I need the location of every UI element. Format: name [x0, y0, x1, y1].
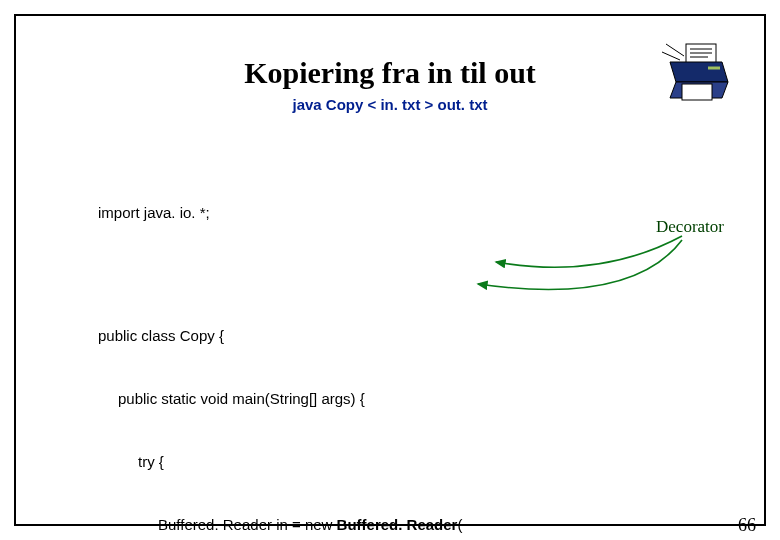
- code-line: try {: [138, 451, 470, 472]
- code-line: Buffered. Reader in = new Buffered. Read…: [158, 514, 470, 535]
- page-number: 66: [738, 515, 756, 536]
- code-line: public class Copy {: [98, 325, 470, 346]
- arrow-icon: [472, 236, 690, 294]
- svg-rect-0: [686, 44, 716, 64]
- svg-line-6: [662, 52, 680, 60]
- code-line: public static void main(String[] args) {: [118, 388, 470, 409]
- svg-line-7: [666, 44, 684, 56]
- code-line: import java. io. *;: [98, 202, 470, 223]
- svg-rect-4: [682, 84, 712, 100]
- printer-icon: [662, 40, 734, 104]
- code-block: import java. io. *; public class Copy { …: [98, 160, 470, 540]
- slide-page: Kopiering fra in til out java Copy < in.…: [0, 0, 780, 540]
